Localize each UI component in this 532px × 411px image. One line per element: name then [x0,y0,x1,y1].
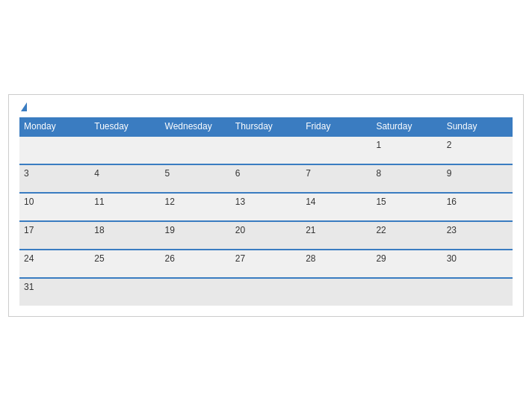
calendar-cell: 8 [371,164,442,193]
calendar-cell: 25 [90,250,160,278]
day-number: 23 [447,225,457,235]
calendar-cell: 23 [442,221,513,250]
calendar-cell: 22 [371,221,442,250]
day-number: 25 [94,253,104,264]
day-number: 15 [376,197,386,207]
calendar-cell: 15 [371,193,442,221]
calendar-cell: 1 [371,136,442,164]
day-number: 5 [165,168,170,179]
week-row-1: 3456789 [19,164,513,193]
calendar-cell: 29 [371,250,442,278]
day-number: 27 [235,253,245,264]
calendar-table: MondayTuesdayWednesdayThursdayFridaySatu… [19,117,513,306]
calendar-cell: 13 [231,193,301,221]
calendar-cell [301,278,371,306]
day-number: 4 [94,168,99,179]
calendar-cell: 11 [90,193,160,221]
calendar-tbody: 1234567891011121314151617181920212223242… [19,136,513,306]
calendar-cell: 21 [301,221,371,250]
calendar-cell [161,136,231,164]
calendar-cell: 12 [161,193,231,221]
day-number: 31 [24,282,34,292]
day-number: 30 [447,253,457,264]
calendar-cell: 5 [161,164,231,193]
day-number: 28 [306,253,315,264]
day-number: 17 [24,225,34,235]
day-number: 29 [376,253,386,264]
calendar-cell: 26 [161,250,231,278]
calendar-cell [301,136,371,164]
weekday-header-saturday: Saturday [371,117,442,136]
calendar-header [19,102,513,113]
day-number: 9 [447,168,452,179]
calendar-cell: 31 [19,278,90,306]
week-row-2: 10111213141516 [19,193,513,221]
day-number: 24 [24,253,34,264]
weekday-header-sunday: Sunday [442,117,513,136]
calendar-cell [371,278,442,306]
calendar-cell: 16 [442,193,513,221]
day-number: 8 [376,168,381,179]
day-number: 12 [165,197,175,207]
week-row-3: 17181920212223 [19,221,513,250]
week-row-4: 24252627282930 [19,250,513,278]
day-number: 26 [165,253,175,264]
logo-triangle-icon [21,102,27,111]
day-number: 16 [447,197,457,207]
day-number: 2 [447,140,452,150]
day-number: 11 [94,197,104,207]
calendar-cell: 10 [19,193,90,221]
logo-area [19,102,27,113]
calendar-cell: 27 [231,250,301,278]
day-number: 21 [306,225,315,235]
calendar-cell: 14 [301,193,371,221]
calendar-cell [231,136,301,164]
calendar-cell: 19 [161,221,231,250]
week-row-5: 31 [19,278,513,306]
calendar-cell: 18 [90,221,160,250]
weekday-header-friday: Friday [301,117,371,136]
calendar-cell [19,136,90,164]
day-number: 22 [376,225,386,235]
day-number: 19 [165,225,175,235]
calendar-cell: 7 [301,164,371,193]
weekday-header-row: MondayTuesdayWednesdayThursdayFridaySatu… [19,117,513,136]
weekday-header-wednesday: Wednesday [161,117,231,136]
day-number: 13 [235,197,245,207]
day-number: 7 [306,168,311,179]
calendar-cell [161,278,231,306]
day-number: 1 [376,140,381,150]
calendar-cell: 3 [19,164,90,193]
day-number: 20 [235,225,245,235]
calendar-thead: MondayTuesdayWednesdayThursdayFridaySatu… [19,117,513,136]
calendar-cell: 28 [301,250,371,278]
calendar-cell [90,136,160,164]
calendar-cell: 6 [231,164,301,193]
day-number: 10 [24,197,34,207]
calendar-cell: 20 [231,221,301,250]
day-number: 6 [235,168,241,179]
day-number: 14 [306,197,315,207]
calendar-cell: 17 [19,221,90,250]
calendar-cell [90,278,160,306]
weekday-header-thursday: Thursday [231,117,301,136]
calendar-cell [442,278,513,306]
calendar-cell: 4 [90,164,160,193]
weekday-header-tuesday: Tuesday [90,117,160,136]
calendar-cell: 24 [19,250,90,278]
weekday-header-monday: Monday [19,117,90,136]
calendar-cell [231,278,301,306]
calendar-container: MondayTuesdayWednesdayThursdayFridaySatu… [8,94,524,317]
day-number: 18 [94,225,104,235]
day-number: 3 [24,168,29,179]
calendar-cell: 9 [442,164,513,193]
calendar-cell: 2 [442,136,513,164]
calendar-cell: 30 [442,250,513,278]
week-row-0: 12 [19,136,513,164]
